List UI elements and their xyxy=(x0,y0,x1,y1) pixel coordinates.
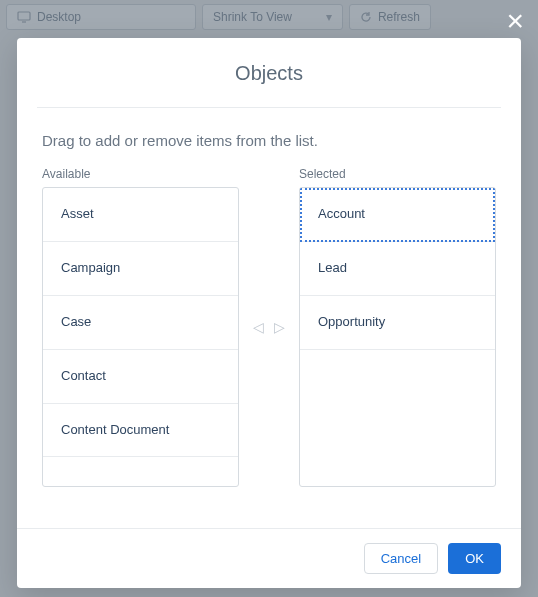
arrow-right-icon[interactable]: ▷ xyxy=(274,319,285,335)
available-label: Available xyxy=(42,167,239,181)
selected-listbox[interactable]: AccountLeadOpportunity xyxy=(299,187,496,487)
objects-modal: Objects Drag to add or remove items from… xyxy=(17,38,521,588)
selected-column: Selected AccountLeadOpportunity xyxy=(299,167,496,487)
modal-footer: Cancel OK xyxy=(17,528,521,588)
list-item[interactable]: Asset xyxy=(43,188,238,242)
close-icon[interactable]: × xyxy=(506,6,524,36)
dual-list-picker: Available AssetCampaignCaseContactConten… xyxy=(42,167,496,487)
list-item[interactable]: Case xyxy=(43,296,238,350)
arrow-left-icon[interactable]: ◁ xyxy=(253,319,264,335)
modal-body: Drag to add or remove items from the lis… xyxy=(17,108,521,528)
list-item[interactable]: Account xyxy=(300,188,495,242)
available-listbox[interactable]: AssetCampaignCaseContactContent Document xyxy=(42,187,239,487)
modal-header: Objects xyxy=(37,38,501,108)
modal-title: Objects xyxy=(37,62,501,85)
list-item[interactable]: Contact xyxy=(43,350,238,404)
arrow-controls: ◁ ▷ xyxy=(253,167,285,487)
selected-label: Selected xyxy=(299,167,496,181)
ok-button[interactable]: OK xyxy=(448,543,501,574)
list-item[interactable]: Content Document xyxy=(43,404,238,458)
instruction-text: Drag to add or remove items from the lis… xyxy=(42,132,496,149)
list-item[interactable]: Campaign xyxy=(43,242,238,296)
list-item[interactable]: Opportunity xyxy=(300,296,495,350)
available-column: Available AssetCampaignCaseContactConten… xyxy=(42,167,239,487)
cancel-button[interactable]: Cancel xyxy=(364,543,438,574)
list-item[interactable]: Lead xyxy=(300,242,495,296)
